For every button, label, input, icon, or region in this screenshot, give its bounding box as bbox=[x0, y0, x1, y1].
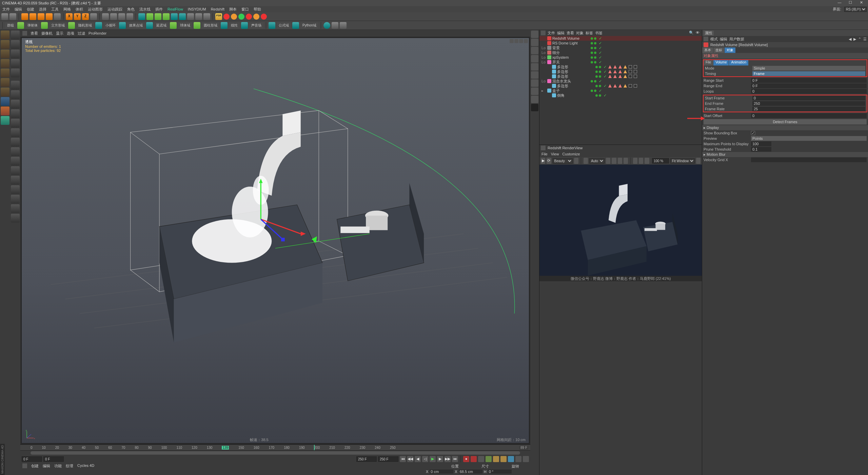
close-button[interactable]: ✕ bbox=[856, 0, 866, 6]
snap-9[interactable] bbox=[11, 109, 20, 118]
field-icon-2[interactable] bbox=[41, 22, 48, 29]
menu-character[interactable]: 角色 bbox=[126, 7, 136, 12]
range-end-field[interactable]: 0 F bbox=[751, 83, 867, 88]
tab-object[interactable]: 对象 bbox=[725, 48, 735, 53]
snap-20[interactable] bbox=[11, 214, 20, 223]
visibility-render-dot[interactable] bbox=[594, 56, 596, 59]
attr-menu-mode[interactable]: 模式 bbox=[710, 37, 718, 42]
size-x-field[interactable]: 68.5 cm bbox=[459, 470, 482, 474]
key-extra2-button[interactable] bbox=[523, 456, 529, 462]
record-red2-icon[interactable] bbox=[246, 14, 252, 20]
mat-menu-func[interactable]: 功能 bbox=[54, 463, 62, 469]
array-button[interactable] bbox=[171, 13, 178, 20]
visibility-editor-dot[interactable] bbox=[591, 42, 593, 44]
loops-field[interactable]: 0 bbox=[751, 89, 867, 94]
field-icon-3[interactable] bbox=[68, 22, 75, 29]
tree-row[interactable]: Lo开关✓ bbox=[539, 60, 702, 64]
vpstrip-7[interactable] bbox=[531, 79, 538, 87]
vp-menu-display[interactable]: 显示 bbox=[56, 31, 63, 36]
field-icon-5[interactable] bbox=[119, 22, 126, 29]
chip-10[interactable]: 声音场 bbox=[249, 22, 263, 28]
key-scale-button[interactable] bbox=[493, 456, 499, 462]
visibility-editor-dot[interactable] bbox=[595, 71, 598, 73]
range-start-field[interactable]: 0 F bbox=[751, 78, 867, 83]
mat-menu-tex[interactable]: 纹理 bbox=[66, 463, 73, 469]
vpstrip-3[interactable] bbox=[531, 47, 538, 54]
attribute-tab[interactable]: 属性 bbox=[704, 31, 714, 36]
tag-icon[interactable] bbox=[634, 84, 637, 88]
field-icon-4[interactable] bbox=[95, 22, 102, 29]
chip-12[interactable]: Python域 bbox=[300, 22, 318, 28]
goto-end-button[interactable]: ⏭ bbox=[452, 456, 458, 462]
camera-button[interactable] bbox=[195, 13, 202, 20]
visibility-editor-dot[interactable] bbox=[591, 47, 593, 49]
visibility-editor-dot[interactable] bbox=[591, 37, 593, 40]
tag-icon[interactable] bbox=[629, 75, 632, 78]
field-icon-11[interactable] bbox=[269, 22, 275, 29]
rv-menu-customize[interactable]: Customize bbox=[562, 152, 580, 156]
snap-1[interactable] bbox=[11, 31, 20, 39]
tag-icon[interactable] bbox=[629, 70, 632, 73]
tag-icon[interactable] bbox=[613, 70, 617, 73]
record-orange2-icon[interactable] bbox=[253, 14, 259, 20]
tree-row[interactable]: 多边形✓ bbox=[539, 83, 702, 88]
object-mode[interactable] bbox=[1, 40, 9, 49]
tag-icon[interactable] bbox=[634, 65, 637, 69]
rv-fullscreen-icon[interactable] bbox=[696, 158, 701, 164]
tree-row[interactable]: 多边形✓ bbox=[539, 69, 702, 74]
visibility-editor-dot[interactable] bbox=[591, 80, 593, 82]
visibility-render-dot[interactable] bbox=[599, 75, 601, 78]
mat-menu-create[interactable]: 创建 bbox=[31, 463, 39, 469]
velocity-grid-field[interactable] bbox=[751, 157, 867, 162]
field-icon-6[interactable] bbox=[146, 22, 153, 29]
qr-icon[interactable] bbox=[323, 22, 330, 29]
enable-checkmark[interactable]: ✓ bbox=[604, 74, 607, 79]
texture-mode[interactable] bbox=[1, 78, 9, 87]
vp-menu-options[interactable]: 选项 bbox=[67, 31, 74, 36]
tree-row[interactable]: Lo细分✓ bbox=[539, 50, 702, 55]
snap-13[interactable] bbox=[11, 147, 20, 156]
visibility-render-dot[interactable] bbox=[594, 80, 596, 82]
renderview-canvas[interactable] bbox=[539, 165, 702, 276]
enable-checkmark[interactable]: ✓ bbox=[599, 46, 602, 50]
tag-icon[interactable] bbox=[608, 75, 612, 78]
play-back-button[interactable]: ◁ bbox=[422, 456, 428, 462]
menu-pipeline[interactable]: 流水线 bbox=[138, 7, 152, 12]
visibility-render-dot[interactable] bbox=[599, 66, 601, 68]
tag-icon[interactable] bbox=[613, 65, 617, 69]
snap-14[interactable] bbox=[11, 157, 20, 166]
chip-9[interactable]: 线性 bbox=[229, 22, 240, 28]
start-offset-field[interactable]: 0 bbox=[751, 113, 867, 118]
psr-button[interactable]: PSR bbox=[215, 13, 222, 20]
rv-save-icon[interactable] bbox=[639, 158, 643, 164]
workplane-mode[interactable] bbox=[1, 88, 9, 96]
obj-menu-tags[interactable]: 标签 bbox=[586, 31, 593, 36]
field-icon-10[interactable] bbox=[241, 22, 248, 29]
vpstrip-9[interactable] bbox=[531, 96, 538, 103]
tag-icon[interactable] bbox=[613, 84, 617, 88]
start-frame-field[interactable] bbox=[22, 456, 42, 462]
enable-checkmark[interactable]: ✓ bbox=[604, 65, 607, 69]
attr-menu-userdata[interactable]: 用户数据 bbox=[729, 37, 744, 42]
rv-region-button[interactable] bbox=[584, 158, 588, 164]
render-settings-button[interactable] bbox=[126, 13, 133, 20]
tab-basic[interactable]: 基本 bbox=[702, 48, 713, 53]
tag-icon[interactable] bbox=[618, 84, 622, 88]
menu-window[interactable]: 窗口 bbox=[240, 7, 250, 12]
render-queue-button[interactable] bbox=[118, 13, 125, 20]
cube-primitive-button[interactable] bbox=[138, 13, 145, 20]
visibility-editor-dot[interactable] bbox=[591, 90, 593, 92]
vpstrip-8[interactable] bbox=[531, 88, 538, 95]
obj-menu-view[interactable]: 查看 bbox=[567, 31, 574, 36]
visibility-editor-dot[interactable] bbox=[591, 56, 593, 59]
rv-snapshot-button[interactable] bbox=[574, 158, 578, 164]
record-orange-icon[interactable] bbox=[231, 14, 237, 20]
extra-tool-1[interactable] bbox=[332, 22, 338, 29]
visibility-render-dot[interactable] bbox=[599, 71, 601, 73]
enable-checkmark[interactable]: ✓ bbox=[604, 70, 607, 74]
vp-menu-prorender[interactable]: ProRender bbox=[88, 31, 106, 35]
visibility-editor-dot[interactable] bbox=[591, 52, 593, 54]
tab-coord[interactable]: 坐标 bbox=[713, 48, 724, 53]
minimize-button[interactable]: — bbox=[835, 0, 844, 6]
field-icon-12[interactable] bbox=[292, 22, 299, 29]
